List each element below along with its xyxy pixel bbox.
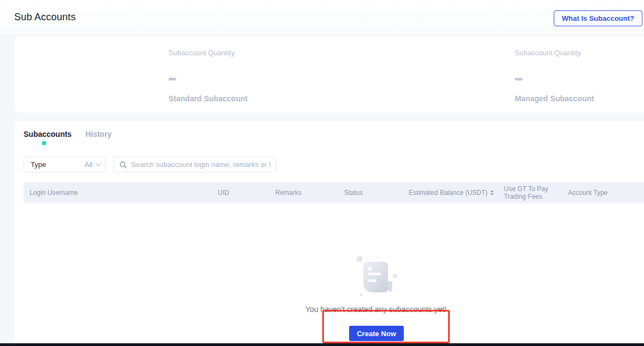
what-is-subaccount-button[interactable]: What Is Subaccount? [554,10,642,26]
top-bar: Sub Accounts What Is Subaccount? [0,0,644,34]
document-line [368,279,376,282]
search-icon [119,161,127,169]
column-remarks: Remarks [275,182,301,203]
stat-label: Subaccount Quantity [169,49,248,57]
empty-state-document-icon [356,253,405,299]
stat-value-placeholder [515,78,523,80]
column-estimated-balance-label: Estimated Balance (USDT) [409,189,488,197]
table-header: Login Username UID Remarks Status Estima… [24,182,644,203]
decor-square [393,274,397,278]
document-shape [363,262,388,292]
document-line [368,273,381,275]
column-status: Status [344,182,363,203]
column-uid: UID [218,182,229,203]
column-login-username: Login Username [30,182,78,203]
sort-icon[interactable] [490,190,494,195]
stat-label: Subaccount Quantity [515,49,594,57]
type-filter-select[interactable]: Type All [24,157,106,172]
page-title: Sub Accounts [14,11,76,23]
tab-subaccounts[interactable]: Subaccounts [24,130,72,145]
managed-subaccount-stat: Subaccount Quantity Managed Subaccount [515,37,594,103]
column-use-gt-fees: Use GT To Pay Trading Fees [504,182,564,203]
search-input[interactable] [131,160,270,169]
active-tab-indicator [42,141,46,145]
tab-history-label: History [85,130,112,139]
document-bullet [368,267,372,270]
decor-square [357,256,362,262]
sub-accounts-page: Sub Accounts What Is Subaccount? Subacco… [0,0,644,346]
stats-card: Subaccount Quantity Standard Subaccount … [14,37,644,112]
decor-pill [388,281,392,292]
standard-subaccount-stat: Subaccount Quantity Standard Subaccount [169,37,248,103]
stat-name: Managed Subaccount [515,94,594,103]
type-filter-value: All [85,160,92,169]
tab-subaccounts-label: Subaccounts [24,130,72,139]
stat-value-placeholder [169,78,176,80]
chevron-down-icon [96,161,101,166]
empty-state-message: You haven't created any subaccounts yet! [305,305,446,314]
search-box [113,157,276,172]
stat-name: Standard Subaccount [169,94,248,103]
filter-row: Type All [24,157,276,172]
column-estimated-balance[interactable]: Estimated Balance (USDT) [409,182,494,203]
tab-history[interactable]: History [85,130,112,145]
type-filter-label: Type [31,160,85,169]
bottom-black-bar [0,343,644,346]
tab-bar: Subaccounts History [24,130,112,145]
column-account-type: Account Type [568,182,608,203]
create-now-button[interactable]: Create Now [349,326,404,341]
decor-dot [360,293,363,296]
